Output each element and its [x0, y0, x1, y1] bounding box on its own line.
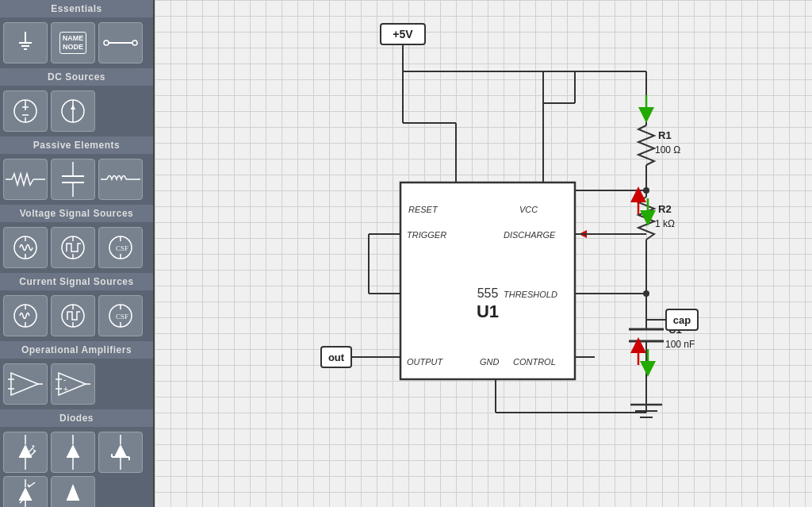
component-capacitor[interactable] — [51, 159, 95, 200]
pin-reset: RESET — [408, 205, 439, 214]
svg-text:-: - — [63, 375, 66, 384]
pin-trigger: TRIGGER — [407, 230, 446, 240]
section-current-sources: CSF — [0, 290, 153, 341]
svg-marker-63 — [32, 445, 35, 447]
svg-point-6 — [132, 40, 137, 45]
component-diode[interactable] — [51, 432, 95, 473]
svg-point-4 — [104, 40, 109, 45]
component-iac[interactable] — [3, 295, 48, 336]
u1-label: U1 — [477, 302, 499, 321]
component-diode-led[interactable] — [3, 432, 48, 473]
pin-discharge: DISCHARGE — [504, 230, 556, 240]
component-vpulse[interactable] — [51, 227, 95, 268]
section-passive — [0, 154, 153, 205]
component-resistor[interactable] — [3, 159, 48, 200]
svg-text:CSF: CSF — [116, 244, 128, 252]
svg-marker-69 — [114, 444, 127, 457]
section-header-diodes: Diodes — [0, 409, 153, 427]
section-dc-sources — [0, 86, 153, 136]
pin-vcc: VCC — [519, 205, 538, 214]
vcc-label: +5V — [393, 28, 413, 40]
component-vclock[interactable]: CSF — [98, 227, 143, 268]
section-header-passive: Passive Elements — [0, 136, 153, 154]
component-inductor[interactable] — [98, 159, 143, 200]
section-header-voltage-sources: Voltage Signal Sources — [0, 205, 153, 222]
section-header-opamps: Operational Amplifiers — [0, 341, 153, 359]
component-idc[interactable] — [51, 90, 95, 132]
r2-value: 1 kΩ — [655, 218, 675, 229]
u1-type: 555 — [477, 286, 499, 300]
svg-marker-80 — [67, 484, 79, 500]
section-header-essentials: Essentials — [0, 0, 153, 17]
svg-line-77 — [29, 482, 35, 487]
circuit-diagram: +5V R1 100 Ω R2 1 kΩ — [155, 0, 812, 507]
r2-label: R2 — [658, 203, 672, 215]
svg-marker-65 — [67, 444, 79, 457]
pin-threshold: THRESHOLD — [504, 290, 557, 299]
section-voltage-sources: CSF — [0, 222, 153, 273]
section-diodes: IDEAL — [0, 427, 153, 507]
r1-value: 100 Ω — [655, 144, 680, 156]
svg-text:+: + — [63, 385, 68, 394]
component-ipulse[interactable] — [51, 295, 95, 336]
component-opamp-inv[interactable]: - + — [51, 363, 95, 405]
section-header-dc-sources: DC Sources — [0, 68, 153, 86]
component-ground[interactable] — [3, 22, 48, 63]
component-sidebar: Essentials NAMENODE DC Sources — [0, 0, 155, 507]
r1-label: R1 — [658, 129, 672, 141]
pin-control: CONTROL — [513, 357, 556, 367]
c1-value: 100 nF — [665, 339, 695, 350]
section-header-current-sources: Current Signal Sources — [0, 273, 153, 290]
component-diode-schottky[interactable] — [3, 476, 48, 507]
svg-text:CSF: CSF — [116, 313, 128, 321]
svg-marker-74 — [19, 487, 32, 500]
component-wire[interactable] — [98, 22, 143, 63]
svg-line-61 — [31, 451, 36, 455]
component-iclock[interactable]: CSF — [98, 295, 143, 336]
svg-marker-46 — [11, 373, 38, 395]
component-vdc[interactable] — [3, 90, 48, 132]
component-diode-ideal[interactable]: IDEAL — [51, 476, 95, 507]
component-diode-zener[interactable] — [98, 432, 143, 473]
pin-gnd: GND — [480, 357, 500, 367]
component-opamp[interactable] — [3, 363, 48, 405]
section-opamps: - + — [0, 359, 153, 409]
section-essentials: NAMENODE — [0, 17, 153, 68]
pin-output: OUTPUT — [407, 357, 444, 367]
cap-label: cap — [673, 314, 691, 326]
component-vac[interactable] — [3, 227, 48, 268]
component-name-node[interactable]: NAMENODE — [51, 22, 95, 63]
svg-line-60 — [29, 447, 33, 452]
svg-marker-17 — [71, 105, 75, 109]
circuit-canvas[interactable]: +5V R1 100 Ω R2 1 kΩ — [155, 0, 812, 507]
out-label: out — [328, 351, 345, 363]
